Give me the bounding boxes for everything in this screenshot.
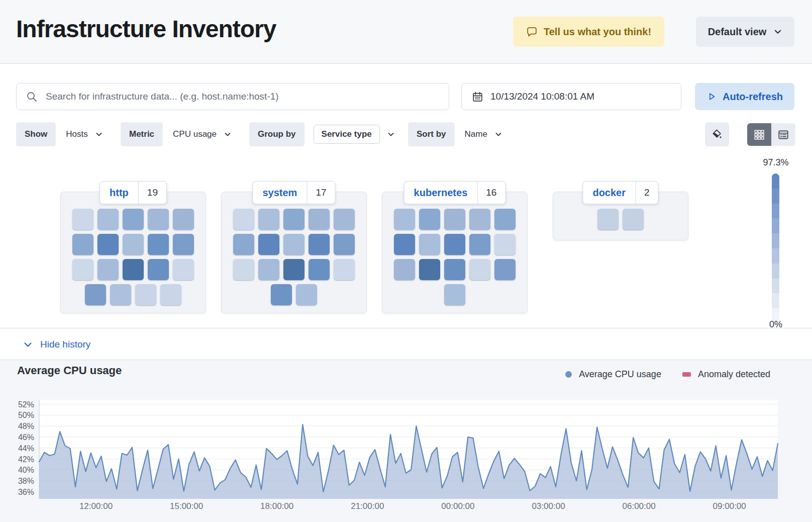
chevron-down-icon — [95, 130, 103, 138]
host-cell[interactable] — [173, 259, 194, 280]
legend-item-anomaly[interactable]: Anomaly detected — [682, 369, 770, 380]
color-legend-step — [772, 279, 779, 294]
host-cell[interactable] — [494, 259, 516, 280]
host-cell[interactable] — [72, 234, 93, 255]
host-cell[interactable] — [283, 259, 304, 280]
color-legend-step — [772, 293, 779, 308]
host-cell[interactable] — [334, 234, 355, 255]
color-legend-bar — [772, 173, 779, 323]
host-cell[interactable] — [444, 284, 465, 305]
host-cell[interactable] — [469, 259, 490, 280]
host-cell[interactable] — [597, 209, 619, 230]
host-cell[interactable] — [258, 209, 279, 230]
cell-row — [61, 259, 206, 280]
host-cell[interactable] — [309, 234, 330, 255]
host-cell[interactable] — [394, 234, 415, 255]
host-cell[interactable] — [334, 259, 355, 280]
host-cell[interactable] — [148, 259, 169, 280]
page-header: Infrastructure Inventory Tell us what yo… — [0, 0, 812, 64]
page-title: Infrastructure Inventory — [16, 15, 276, 43]
host-cell[interactable] — [444, 259, 465, 280]
host-cell[interactable] — [97, 234, 119, 255]
y-tick-label: 42% — [18, 455, 34, 464]
show-control[interactable]: Show Hosts — [16, 122, 110, 146]
color-legend-step — [772, 189, 779, 204]
y-tick-label: 52% — [18, 400, 34, 409]
legend-label: Anomaly detected — [698, 369, 770, 380]
x-tick-label: 00:00:00 — [441, 501, 474, 511]
host-cell[interactable] — [283, 234, 304, 255]
host-cell[interactable] — [394, 209, 415, 230]
group-card-http: http19 — [60, 192, 206, 313]
hide-history-label: Hide history — [40, 339, 90, 350]
host-cell[interactable] — [123, 234, 144, 255]
table-view-button[interactable] — [771, 123, 795, 146]
host-cell[interactable] — [173, 209, 194, 230]
hide-history-link[interactable]: Hide history — [23, 328, 90, 361]
host-cell[interactable] — [394, 259, 415, 280]
host-cell[interactable] — [494, 234, 516, 255]
feedback-button[interactable]: Tell us what you think! — [513, 17, 664, 47]
sort-by-value: Name — [455, 129, 493, 139]
host-cell[interactable] — [469, 209, 490, 230]
host-cell[interactable] — [233, 209, 254, 230]
cell-row — [222, 209, 366, 230]
view-selector-button[interactable]: Default view — [696, 17, 794, 47]
host-cell[interactable] — [135, 284, 156, 305]
sort-by-control[interactable]: Sort by Name — [408, 122, 510, 146]
cell-row — [61, 209, 206, 230]
group-name-link[interactable]: kubernetes — [404, 187, 477, 199]
group-name-link[interactable]: docker — [583, 187, 635, 199]
host-cell[interactable] — [72, 259, 93, 280]
host-cell[interactable] — [271, 284, 292, 305]
host-cell[interactable] — [296, 284, 317, 305]
host-cell[interactable] — [258, 259, 279, 280]
legend-item-average-cpu[interactable]: Average CPU usage — [565, 369, 661, 380]
host-cell[interactable] — [494, 209, 516, 230]
group-badge: http19 — [99, 181, 167, 204]
host-cell[interactable] — [97, 259, 119, 280]
group-name-link[interactable]: system — [253, 187, 307, 199]
group-card-kubernetes: kubernetes16 — [382, 192, 528, 313]
host-cell[interactable] — [85, 284, 106, 305]
host-cell[interactable] — [419, 234, 440, 255]
host-cell[interactable] — [334, 209, 355, 230]
search-input[interactable] — [45, 91, 440, 103]
host-cell[interactable] — [623, 209, 644, 230]
group-by-control[interactable]: Group by Service type — [249, 122, 402, 146]
host-cell[interactable] — [123, 259, 144, 280]
host-cell[interactable] — [148, 234, 169, 255]
host-cell[interactable] — [173, 234, 194, 255]
cell-row — [61, 284, 206, 305]
cpu-usage-area-chart[interactable]: 52%50%48%46%44%42%40%38%36%12:00:0015:00… — [0, 360, 812, 522]
auto-refresh-button[interactable]: Auto-refresh — [695, 83, 794, 110]
group-name-link[interactable]: http — [100, 187, 138, 199]
group-by-value[interactable]: Service type — [314, 125, 380, 144]
host-cell[interactable] — [419, 209, 440, 230]
host-cell[interactable] — [309, 259, 330, 280]
metric-control[interactable]: Metric CPU usage — [121, 122, 239, 146]
map-view-button[interactable] — [747, 123, 771, 146]
calendar-icon — [472, 91, 483, 103]
date-picker[interactable]: 10/13/2024 10:08:01 AM — [461, 83, 681, 110]
host-cell[interactable] — [123, 209, 144, 230]
legend-options-button[interactable] — [705, 122, 729, 146]
host-cell[interactable] — [309, 209, 330, 230]
host-cell[interactable] — [148, 209, 169, 230]
show-label: Show — [16, 122, 56, 146]
chart-title: Average CPU usage — [17, 364, 122, 377]
host-cell[interactable] — [419, 259, 440, 280]
filter-bar: Show Hosts Metric CPU usage Group by Ser… — [0, 122, 812, 146]
host-cell[interactable] — [233, 259, 254, 280]
host-cell[interactable] — [72, 209, 93, 230]
cell-row — [222, 259, 366, 280]
host-cell[interactable] — [444, 209, 465, 230]
host-cell[interactable] — [160, 284, 181, 305]
host-cell[interactable] — [444, 234, 465, 255]
host-cell[interactable] — [233, 234, 254, 255]
host-cell[interactable] — [283, 209, 304, 230]
host-cell[interactable] — [469, 234, 490, 255]
host-cell[interactable] — [110, 284, 131, 305]
host-cell[interactable] — [258, 234, 279, 255]
host-cell[interactable] — [97, 209, 119, 230]
